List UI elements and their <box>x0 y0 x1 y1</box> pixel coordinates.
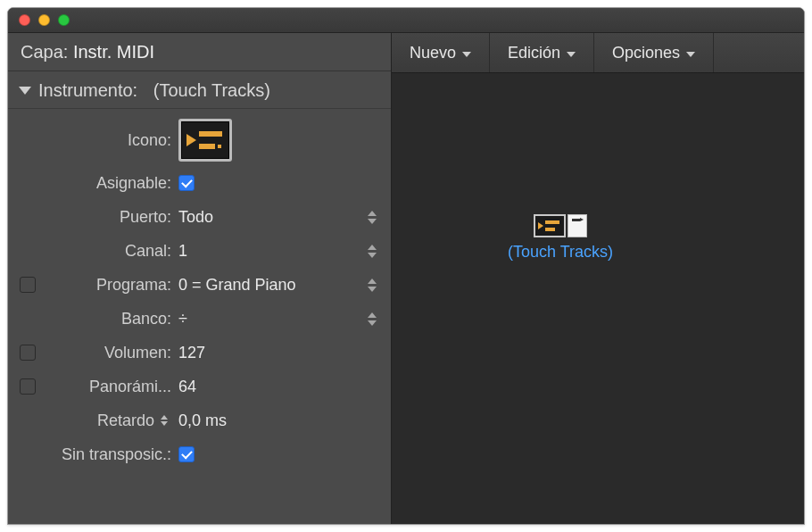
icon-selector[interactable] <box>178 119 232 162</box>
canal-stepper[interactable] <box>368 240 380 262</box>
panoramica-enable-checkbox[interactable] <box>20 378 36 395</box>
instrument-value: (Touch Tracks) <box>153 80 270 101</box>
asignable-label: Asignable: <box>51 174 171 193</box>
retardo-mode-stepper[interactable] <box>161 412 171 428</box>
disclosure-triangle-icon[interactable] <box>19 87 31 95</box>
zoom-window-button[interactable] <box>58 14 70 26</box>
opciones-menu[interactable]: Opciones <box>594 33 714 72</box>
chevron-down-icon <box>567 52 576 57</box>
volumen-enable-checkbox[interactable] <box>20 345 36 361</box>
chevron-down-icon <box>686 52 695 57</box>
asignable-checkbox[interactable] <box>178 175 195 191</box>
environment-canvas-area: Nuevo Edición Opciones <box>392 33 804 524</box>
edicion-label: Edición <box>508 44 560 62</box>
sintrans-label: Sin transposic.: <box>22 445 171 464</box>
panoramica-value[interactable]: 64 <box>178 378 196 396</box>
touch-tracks-icon <box>534 214 566 237</box>
retardo-label: Retardo <box>97 411 154 430</box>
instrument-label: Instrumento: <box>38 80 137 101</box>
touch-tracks-object[interactable]: (Touch Tracks) <box>508 214 613 262</box>
object-label[interactable]: (Touch Tracks) <box>508 243 613 262</box>
inspector-panel: Capa: Instr. MIDI Instrumento: (Touch Tr… <box>8 33 392 524</box>
object-port-icon <box>568 214 587 237</box>
sintrans-checkbox[interactable] <box>178 446 195 462</box>
retardo-selector[interactable]: Retardo <box>97 411 171 430</box>
titlebar <box>8 8 804 33</box>
programa-value[interactable]: 0 = Grand Piano <box>178 276 296 295</box>
banco-stepper[interactable] <box>368 308 380 329</box>
nuevo-menu[interactable]: Nuevo <box>392 33 490 72</box>
banco-value[interactable]: ÷ <box>178 310 187 328</box>
programa-stepper[interactable] <box>368 274 380 295</box>
retardo-value[interactable]: 0,0 ms <box>178 411 227 430</box>
canvas-body[interactable]: (Touch Tracks) <box>392 73 804 524</box>
inspector-header: Capa: Instr. MIDI <box>8 33 391 71</box>
nuevo-label: Nuevo <box>410 44 456 62</box>
minimize-window-button[interactable] <box>38 14 50 26</box>
volumen-value[interactable]: 127 <box>178 344 205 362</box>
opciones-label: Opciones <box>612 44 680 62</box>
banco-label: Banco: <box>51 310 171 328</box>
puerto-stepper[interactable] <box>368 206 380 228</box>
icono-label: Icono: <box>51 131 171 150</box>
programa-enable-checkbox[interactable] <box>20 277 36 293</box>
close-window-button[interactable] <box>19 14 30 26</box>
object-icon-group <box>508 214 613 237</box>
panoramica-label: Panorámi... <box>51 378 171 396</box>
canvas-toolbar: Nuevo Edición Opciones <box>392 33 804 73</box>
app-window: Capa: Instr. MIDI Instrumento: (Touch Tr… <box>7 7 805 525</box>
instrument-section-header[interactable]: Instrumento: (Touch Tracks) <box>8 71 391 109</box>
edicion-menu[interactable]: Edición <box>490 33 594 72</box>
volumen-label: Volumen: <box>51 344 171 362</box>
programa-label: Programa: <box>51 276 171 295</box>
chevron-down-icon <box>462 52 471 57</box>
parameter-list: Icono: Asignable: <box>8 109 391 477</box>
puerto-value[interactable]: Todo <box>178 208 213 227</box>
layer-label: Capa: <box>21 42 68 62</box>
canal-value[interactable]: 1 <box>178 242 187 261</box>
puerto-label: Puerto: <box>51 208 171 227</box>
touch-tracks-icon <box>186 127 225 154</box>
canal-label: Canal: <box>51 242 171 261</box>
layer-value: Instr. MIDI <box>73 42 154 62</box>
